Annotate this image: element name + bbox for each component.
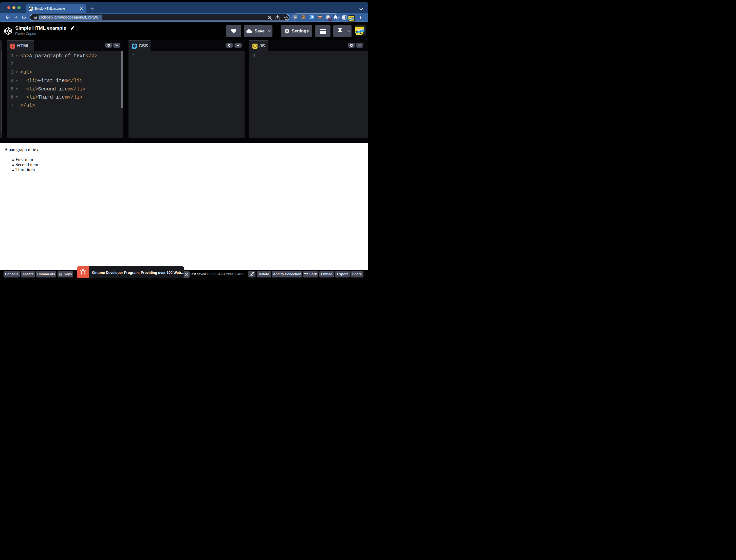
svg-text:uo: uo [294, 16, 297, 18]
